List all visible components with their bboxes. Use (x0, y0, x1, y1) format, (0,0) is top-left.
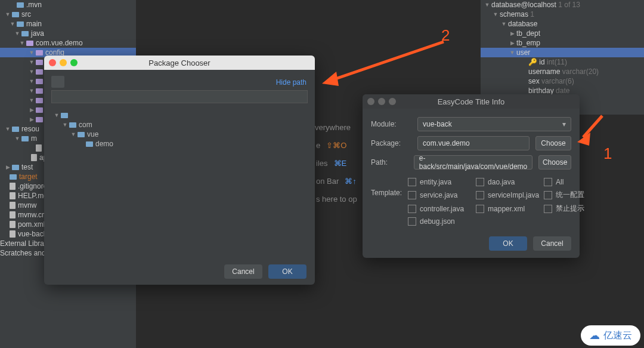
close-icon[interactable] (367, 98, 374, 105)
package-tree[interactable]: ▼▼com▼vuedemo (51, 110, 308, 149)
path-input[interactable] (51, 90, 308, 103)
hint-navbar: on Bar (316, 177, 339, 186)
easycode-title: EasyCode Title Info (438, 97, 505, 106)
db-tree-item[interactable]: ▶tb_emp (481, 38, 644, 48)
tree-label: .gitignore (18, 182, 47, 190)
package-tree-item[interactable]: demo (51, 139, 308, 149)
choose-path-button[interactable]: Choose (538, 155, 571, 170)
package-tree-item[interactable]: ▼ (51, 110, 308, 120)
expand-icon[interactable]: ▼ (5, 11, 11, 17)
expand-icon[interactable]: ▼ (509, 50, 515, 56)
hint-files: iles (316, 159, 328, 168)
db-tree-item[interactable]: ▼schemas 1 (481, 10, 644, 19)
project-tree-item[interactable]: ▼main (0, 19, 136, 29)
template-checkbox[interactable]: debug.json (408, 217, 473, 226)
expand-icon[interactable]: ▶ (509, 30, 515, 36)
expand-icon[interactable]: ▼ (70, 131, 76, 137)
minimize-icon[interactable] (60, 59, 67, 66)
template-checkbox[interactable]: service.java (408, 190, 473, 200)
db-tree-item[interactable]: ▼database (481, 19, 644, 29)
expand-icon[interactable]: ▼ (10, 21, 16, 27)
package-tree-item[interactable]: ▼vue (51, 130, 308, 139)
expand-icon[interactable]: ▼ (484, 2, 490, 8)
checkbox-icon[interactable] (476, 178, 484, 186)
db-tree-item[interactable]: ▼user (481, 48, 644, 57)
project-tree-item[interactable]: ▼com.vue.demo (0, 38, 136, 48)
checkbox-label: dao.java (488, 178, 515, 186)
expand-icon[interactable]: ▼ (29, 59, 35, 65)
db-tree-item[interactable]: username varchar(20) (481, 67, 644, 76)
expand-icon[interactable]: ▼ (54, 112, 60, 118)
expand-icon[interactable]: ▼ (29, 50, 35, 56)
close-icon[interactable] (49, 59, 56, 66)
template-checkbox[interactable]: entity.java (408, 178, 473, 186)
template-checkbox[interactable]: mapper.xml (476, 204, 541, 214)
db-tree-item[interactable]: ▼database@localhost 1 of 13 (481, 0, 644, 10)
package-tree-item[interactable]: ▼com (51, 120, 308, 130)
expand-icon[interactable]: ▶ (509, 40, 515, 46)
checkbox-icon[interactable] (544, 178, 552, 186)
db-tree-item[interactable]: ▶tb_dept (481, 29, 644, 38)
path-input[interactable]: e-back/src/main/java/com/vue/demo (414, 155, 532, 170)
folder-icon (12, 12, 19, 17)
checkbox-icon[interactable] (408, 178, 416, 186)
db-label: database@localhost (491, 1, 556, 9)
minimize-icon[interactable] (378, 98, 385, 105)
db-tree-item[interactable]: 🔑 id int(11) (481, 57, 644, 67)
template-checkbox[interactable]: 禁止提示 (544, 204, 592, 214)
ok-button[interactable]: OK (489, 236, 527, 251)
folder-icon (17, 21, 24, 27)
cancel-button[interactable]: Cancel (224, 264, 262, 279)
dialog-titlebar[interactable]: EasyCode Title Info (363, 94, 580, 109)
package-input[interactable]: com.vue.demo (417, 136, 530, 150)
expand-icon[interactable]: ▼ (14, 135, 20, 141)
expand-icon[interactable]: ▼ (493, 11, 499, 17)
expand-icon[interactable]: ▼ (5, 126, 11, 132)
checkbox-icon[interactable] (476, 205, 484, 213)
template-checkbox[interactable]: controller.java (408, 204, 473, 214)
module-select[interactable]: vue-back (417, 117, 571, 131)
watermark: ☁ 亿速云 (581, 325, 640, 346)
package-chooser-dialog: Package Chooser Hide path ▼▼com▼vuedemo … (44, 56, 315, 285)
checkbox-icon[interactable] (408, 205, 416, 213)
template-checkbox[interactable]: 统一配置 (544, 190, 592, 200)
ok-button[interactable]: OK (268, 264, 306, 279)
template-checkbox[interactable]: dao.java (476, 178, 541, 186)
template-checkbox[interactable]: All (544, 178, 592, 186)
db-tree-item[interactable]: sex varchar(6) (481, 76, 644, 86)
expand-icon[interactable]: ▶ (5, 164, 11, 170)
hint-drop: s here to op (316, 195, 357, 204)
checkbox-icon[interactable] (408, 191, 416, 199)
expand-icon[interactable]: ▶ (29, 116, 35, 122)
expand-icon[interactable]: ▼ (29, 78, 35, 84)
template-checkbox[interactable]: serviceImpl.java (476, 190, 541, 200)
project-tree-item[interactable]: ▼src (0, 10, 136, 19)
pkg-icon (36, 98, 43, 103)
cancel-button[interactable]: Cancel (533, 236, 571, 251)
checkbox-icon[interactable] (544, 191, 552, 199)
hide-path-link[interactable]: Hide path (276, 78, 306, 87)
choose-package-button[interactable]: Choose (535, 136, 571, 150)
new-folder-icon[interactable] (51, 76, 64, 88)
expand-icon[interactable]: ▼ (19, 40, 25, 46)
expand-icon[interactable]: ▼ (29, 97, 35, 103)
tree-label: java (31, 29, 44, 38)
dialog-titlebar[interactable]: Package Chooser (44, 56, 315, 70)
expand-icon[interactable]: ▼ (29, 69, 35, 75)
maximize-icon[interactable] (70, 59, 78, 66)
tree-label: mvnw (18, 201, 36, 210)
project-tree-item[interactable]: ▼java (0, 29, 136, 38)
project-tree-item[interactable]: .mvn (0, 0, 136, 10)
db-type (537, 20, 539, 28)
db-label: database (508, 20, 537, 28)
expand-icon[interactable]: ▼ (501, 21, 507, 27)
checkbox-icon[interactable] (408, 217, 416, 226)
checkbox-icon[interactable] (544, 205, 552, 213)
expand-icon[interactable]: ▼ (29, 88, 35, 94)
expand-icon[interactable]: ▼ (14, 30, 20, 36)
maximize-icon[interactable] (389, 98, 396, 105)
expand-icon[interactable]: ▶ (29, 107, 35, 113)
tree-label: resou (21, 125, 39, 133)
checkbox-icon[interactable] (476, 191, 484, 199)
expand-icon[interactable]: ▼ (62, 122, 68, 128)
